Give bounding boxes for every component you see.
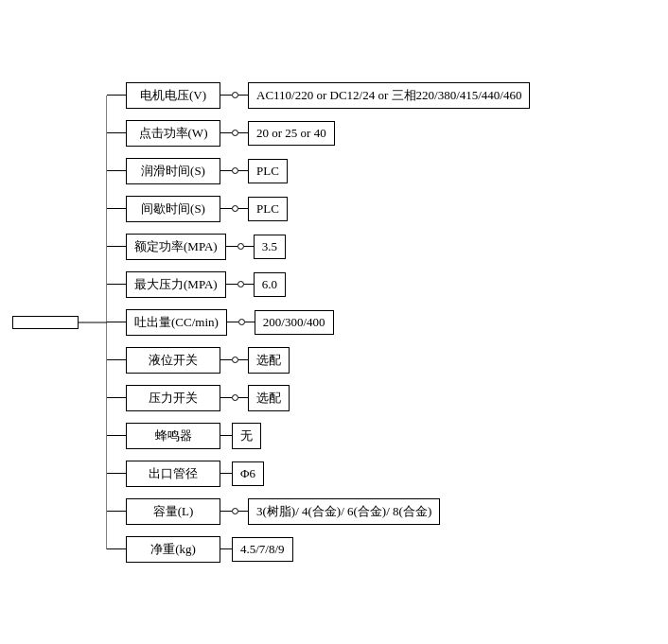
value-liquid-switch: 选配 [248,347,290,374]
node-rated-power: 额定功率(MPA) [126,234,226,260]
row-max-pressure: 最大压力(MPA)6.0 [107,266,530,304]
row-capacity: 容量(L)3(树脂)/ 4(合金)/ 6(合金)/ 8(合金) [107,493,530,531]
row-impact-power: 点击功率(W)20 or 25 or 40 [107,114,530,152]
diagram: 电机电压(V)AC110/220 or DC12/24 or 三相220/380… [3,58,665,587]
row-lubrication-time: 润滑时间(S)PLC [107,152,530,190]
row-motor-voltage: 电机电压(V)AC110/220 or DC12/24 or 三相220/380… [107,77,530,114]
value-max-pressure: 6.0 [254,272,286,297]
value-lubrication-time: PLC [248,159,288,183]
node-capacity: 容量(L) [126,498,220,525]
row-outlet-diameter: 出口管径Φ6 [107,455,530,493]
row-interval-time: 间歇时间(S)PLC [107,190,530,228]
node-outlet-diameter: 出口管径 [126,461,220,487]
circle-max-pressure [237,281,244,287]
node-impact-power: 点击功率(W) [126,120,220,147]
value-pressure-switch: 选配 [248,385,290,411]
circle-displacement [238,319,245,325]
node-buzzer: 蜂鸣器 [126,423,220,449]
circle-pressure-switch [232,394,238,401]
node-lubrication-time: 润滑时间(S) [126,158,220,184]
row-buzzer: 蜂鸣器无 [107,417,530,455]
value-displacement: 200/300/400 [255,310,334,335]
node-liquid-switch: 液位开关 [126,347,220,374]
node-motor-voltage: 电机电压(V) [126,82,220,109]
circle-capacity [232,508,238,514]
value-rated-power: 3.5 [254,235,286,259]
value-buzzer: 无 [232,423,261,449]
circle-lubrication-time [232,167,238,174]
circle-liquid-switch [232,357,238,363]
value-capacity: 3(树脂)/ 4(合金)/ 6(合金)/ 8(合金) [248,498,440,525]
row-pressure-switch: 压力开关选配 [107,379,530,417]
value-motor-voltage: AC110/220 or DC12/24 or 三相220/380/415/44… [248,82,530,109]
root-node [12,316,79,329]
node-max-pressure: 最大压力(MPA) [126,271,226,298]
circle-motor-voltage [232,92,238,98]
row-liquid-switch: 液位开关选配 [107,341,530,379]
circle-interval-time [232,205,238,212]
circle-rated-power [237,243,244,250]
value-outlet-diameter: Φ6 [232,461,264,486]
node-pressure-switch: 压力开关 [126,385,220,411]
row-rated-power: 额定功率(MPA)3.5 [107,228,530,266]
node-net-weight: 净重(kg) [126,536,220,563]
value-interval-time: PLC [248,197,288,221]
node-interval-time: 间歇时间(S) [126,196,220,222]
node-displacement: 吐出量(CC/min) [126,309,227,336]
value-net-weight: 4.5/7/8/9 [232,537,293,562]
row-net-weight: 净重(kg)4.5/7/8/9 [107,531,530,568]
row-displacement: 吐出量(CC/min)200/300/400 [107,304,530,341]
circle-impact-power [232,130,238,136]
value-impact-power: 20 or 25 or 40 [248,121,335,146]
